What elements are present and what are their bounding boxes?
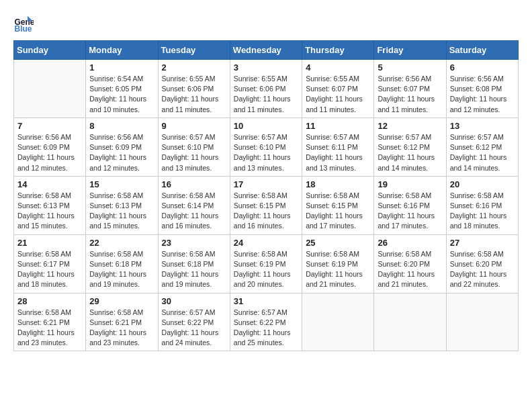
day-info: Sunrise: 6:55 AMSunset: 6:07 PMDaylight:… [306,74,370,115]
day-info: Sunrise: 6:55 AMSunset: 6:06 PMDaylight:… [234,74,298,115]
day-number: 17 [234,179,298,189]
day-number: 1 [89,62,154,73]
calendar-cell: 18Sunrise: 6:58 AMSunset: 6:15 PMDayligh… [302,176,374,234]
calendar-cell: 6Sunrise: 6:56 AMSunset: 6:08 PMDaylight… [446,60,518,118]
day-info: Sunrise: 6:58 AMSunset: 6:15 PMDaylight:… [234,191,298,232]
day-info: Sunrise: 6:54 AMSunset: 6:05 PMDaylight:… [89,74,154,115]
calendar-header-monday: Monday [86,41,158,60]
day-info: Sunrise: 6:58 AMSunset: 6:16 PMDaylight:… [378,191,442,232]
calendar-cell: 11Sunrise: 6:57 AMSunset: 6:11 PMDayligh… [302,118,374,176]
calendar-cell: 12Sunrise: 6:57 AMSunset: 6:12 PMDayligh… [374,118,446,176]
calendar-cell: 9Sunrise: 6:57 AMSunset: 6:10 PMDaylight… [158,118,230,176]
day-number: 28 [17,296,82,306]
day-info: Sunrise: 6:58 AMSunset: 6:20 PMDaylight:… [378,249,442,290]
day-info: Sunrise: 6:57 AMSunset: 6:12 PMDaylight:… [378,132,442,173]
calendar-cell: 10Sunrise: 6:57 AMSunset: 6:10 PMDayligh… [230,118,302,176]
day-info: Sunrise: 6:58 AMSunset: 6:19 PMDaylight:… [234,249,298,290]
day-number: 10 [234,121,298,131]
calendar-cell: 23Sunrise: 6:58 AMSunset: 6:18 PMDayligh… [158,234,230,293]
day-number: 25 [306,238,370,248]
svg-text:Blue: Blue [15,24,32,34]
calendar-cell: 21Sunrise: 6:58 AMSunset: 6:17 PMDayligh… [14,234,86,293]
calendar-cell: 4Sunrise: 6:55 AMSunset: 6:07 PMDaylight… [302,60,374,118]
calendar-cell: 8Sunrise: 6:56 AMSunset: 6:09 PMDaylight… [86,118,158,176]
calendar-cell: 13Sunrise: 6:57 AMSunset: 6:12 PMDayligh… [446,118,518,176]
day-number: 22 [89,238,154,248]
calendar-table: SundayMondayTuesdayWednesdayThursdayFrid… [13,40,519,351]
calendar-cell: 7Sunrise: 6:56 AMSunset: 6:09 PMDaylight… [14,118,86,176]
calendar-cell [374,293,446,351]
day-number: 6 [450,62,515,73]
day-info: Sunrise: 6:58 AMSunset: 6:21 PMDaylight:… [17,308,82,349]
day-number: 3 [234,62,298,73]
calendar-header-sunday: Sunday [14,41,86,60]
calendar-header-row: SundayMondayTuesdayWednesdayThursdayFrid… [14,41,519,60]
day-info: Sunrise: 6:58 AMSunset: 6:20 PMDaylight:… [450,249,515,290]
calendar-cell: 24Sunrise: 6:58 AMSunset: 6:19 PMDayligh… [230,234,302,293]
calendar-cell [446,293,518,351]
day-number: 29 [89,296,154,306]
day-number: 15 [89,179,154,189]
day-number: 13 [450,121,515,131]
calendar-header-thursday: Thursday [302,41,374,60]
calendar-cell: 19Sunrise: 6:58 AMSunset: 6:16 PMDayligh… [374,176,446,234]
calendar-header-tuesday: Tuesday [158,41,230,60]
day-number: 7 [17,121,82,131]
calendar-cell: 31Sunrise: 6:57 AMSunset: 6:22 PMDayligh… [230,293,302,351]
day-info: Sunrise: 6:58 AMSunset: 6:16 PMDaylight:… [450,191,515,232]
calendar-cell: 14Sunrise: 6:58 AMSunset: 6:13 PMDayligh… [14,176,86,234]
day-number: 4 [306,62,370,73]
calendar-header-wednesday: Wednesday [230,41,302,60]
logo: General Blue [13,13,36,34]
day-number: 12 [378,121,442,131]
calendar-cell: 2Sunrise: 6:55 AMSunset: 6:06 PMDaylight… [158,60,230,118]
calendar-cell: 20Sunrise: 6:58 AMSunset: 6:16 PMDayligh… [446,176,518,234]
day-info: Sunrise: 6:56 AMSunset: 6:08 PMDaylight:… [450,74,515,115]
day-info: Sunrise: 6:58 AMSunset: 6:19 PMDaylight:… [306,249,370,290]
calendar-cell [302,293,374,351]
calendar-cell: 27Sunrise: 6:58 AMSunset: 6:20 PMDayligh… [446,234,518,293]
day-info: Sunrise: 6:58 AMSunset: 6:18 PMDaylight:… [89,249,154,290]
day-info: Sunrise: 6:55 AMSunset: 6:06 PMDaylight:… [162,74,226,115]
calendar-cell [14,60,86,118]
day-info: Sunrise: 6:57 AMSunset: 6:10 PMDaylight:… [234,132,298,173]
calendar-cell: 16Sunrise: 6:58 AMSunset: 6:14 PMDayligh… [158,176,230,234]
day-info: Sunrise: 6:57 AMSunset: 6:22 PMDaylight:… [162,308,226,349]
day-info: Sunrise: 6:58 AMSunset: 6:15 PMDaylight:… [306,191,370,232]
logo-icon: General Blue [13,13,34,34]
day-number: 23 [162,238,226,248]
day-number: 16 [162,179,226,189]
day-info: Sunrise: 6:57 AMSunset: 6:11 PMDaylight:… [306,132,370,173]
day-info: Sunrise: 6:56 AMSunset: 6:09 PMDaylight:… [17,132,82,173]
day-number: 19 [378,179,442,189]
day-info: Sunrise: 6:58 AMSunset: 6:13 PMDaylight:… [17,191,82,232]
calendar-week-2: 7Sunrise: 6:56 AMSunset: 6:09 PMDaylight… [14,118,519,176]
calendar-header-saturday: Saturday [446,41,518,60]
day-info: Sunrise: 6:58 AMSunset: 6:18 PMDaylight:… [162,249,226,290]
day-info: Sunrise: 6:57 AMSunset: 6:12 PMDaylight:… [450,132,515,173]
day-info: Sunrise: 6:58 AMSunset: 6:14 PMDaylight:… [162,191,226,232]
day-number: 27 [450,238,515,248]
day-number: 11 [306,121,370,131]
day-info: Sunrise: 6:58 AMSunset: 6:17 PMDaylight:… [17,249,82,290]
day-number: 2 [162,62,226,73]
day-number: 30 [162,296,226,306]
calendar-cell: 1Sunrise: 6:54 AMSunset: 6:05 PMDaylight… [86,60,158,118]
calendar-cell: 17Sunrise: 6:58 AMSunset: 6:15 PMDayligh… [230,176,302,234]
calendar-cell: 30Sunrise: 6:57 AMSunset: 6:22 PMDayligh… [158,293,230,351]
day-number: 24 [234,238,298,248]
day-number: 21 [17,238,82,248]
calendar-cell: 25Sunrise: 6:58 AMSunset: 6:19 PMDayligh… [302,234,374,293]
calendar-cell: 15Sunrise: 6:58 AMSunset: 6:13 PMDayligh… [86,176,158,234]
day-info: Sunrise: 6:57 AMSunset: 6:22 PMDaylight:… [234,308,298,349]
calendar-cell: 29Sunrise: 6:58 AMSunset: 6:21 PMDayligh… [86,293,158,351]
calendar-cell: 5Sunrise: 6:56 AMSunset: 6:07 PMDaylight… [374,60,446,118]
day-number: 8 [89,121,154,131]
day-number: 20 [450,179,515,189]
day-number: 9 [162,121,226,131]
calendar-header-friday: Friday [374,41,446,60]
day-number: 18 [306,179,370,189]
day-number: 26 [378,238,442,248]
calendar-cell: 26Sunrise: 6:58 AMSunset: 6:20 PMDayligh… [374,234,446,293]
calendar-week-1: 1Sunrise: 6:54 AMSunset: 6:05 PMDaylight… [14,60,519,118]
